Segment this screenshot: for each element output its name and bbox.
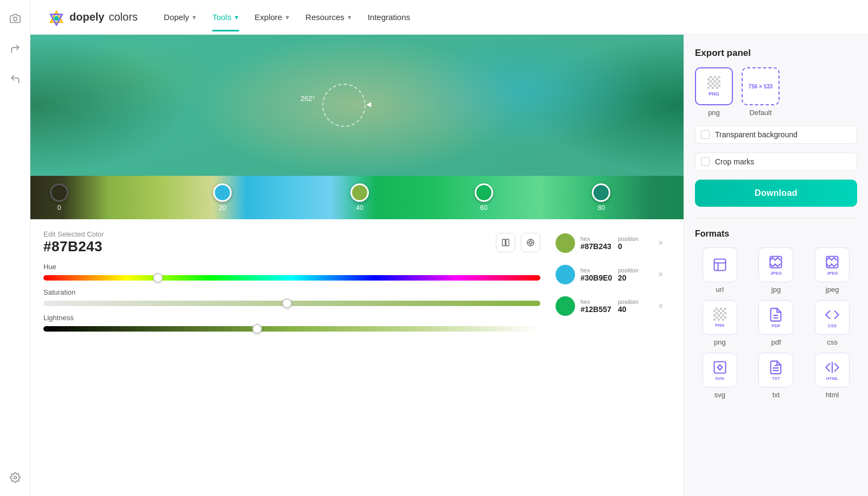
nav-label-dopely: Dopely: [164, 12, 189, 22]
hex-value-1: #30B9E0: [580, 274, 612, 282]
undo-icon[interactable]: [5, 69, 25, 89]
stop-marker-20[interactable]: 20: [213, 183, 232, 212]
pos-value-1: 20: [618, 274, 650, 282]
left-sidebar: [0, 0, 30, 496]
color-swatch-0[interactable]: [556, 233, 575, 253]
target-button[interactable]: [521, 233, 540, 252]
format-jpg-icon-box: JPEG: [758, 247, 793, 282]
edit-top-row: Edit Selected Color #87B243: [43, 230, 540, 255]
png-ext-label: PNG: [709, 91, 719, 97]
jpeg-ext-tag: JPEG: [826, 271, 838, 276]
logo[interactable]: dopelycolors: [48, 9, 138, 26]
nav-item-resources[interactable]: Resources ▼: [305, 12, 353, 22]
format-item-svg[interactable]: SVG svg: [695, 353, 745, 399]
format-default-icon-box: 756 × 533: [742, 67, 780, 105]
camera-icon[interactable]: [5, 9, 25, 28]
formats-grid: url JPEG jpg: [695, 247, 857, 399]
lightness-slider-track[interactable]: [43, 326, 540, 332]
stop-circle-80[interactable]: [592, 183, 610, 202]
pos-label-2: position: [618, 298, 650, 305]
hex-value-2: #12B557: [580, 305, 612, 314]
lightness-slider-thumb[interactable]: [252, 324, 262, 334]
nav-item-explore[interactable]: Explore ▼: [254, 12, 290, 22]
format-url-label: url: [716, 285, 724, 294]
nav-item-integrations[interactable]: Integrations: [368, 12, 410, 22]
format-jpg-label: jpg: [771, 285, 781, 294]
nav-item-dopely[interactable]: Dopely ▼: [164, 12, 197, 22]
saturation-label: Saturation: [43, 288, 540, 296]
top-navigation: dopelycolors Dopely ▼ Tools ▼ Explore ▼ …: [30, 0, 868, 35]
stop-marker-0[interactable]: 0: [50, 183, 68, 212]
section-divider: [695, 218, 857, 218]
format-item-url[interactable]: url: [695, 247, 745, 294]
export-panel-title: Export panel: [695, 48, 857, 59]
stop-marker-60[interactable]: 60: [475, 183, 493, 212]
format-default-button[interactable]: 756 × 533 Default: [742, 67, 780, 117]
format-item-txt[interactable]: TXT txt: [751, 353, 801, 399]
crop-marks-row[interactable]: Crop marks: [695, 152, 857, 171]
edit-hex-value[interactable]: #87B243: [43, 238, 104, 255]
color-list-item-0: hex #87B243 position 0 ×: [551, 230, 671, 256]
split-view-button[interactable]: [496, 233, 515, 252]
content-area: 262° ◀ 0 20 40: [30, 35, 868, 496]
png2-checker-icon: [713, 308, 726, 321]
format-png2-icon-box: PNG: [703, 300, 737, 335]
color-list: hex #87B243 position 0 × hex: [551, 230, 671, 485]
formats-title: Formats: [695, 229, 857, 239]
saturation-slider-thumb[interactable]: [282, 298, 292, 308]
format-item-css[interactable]: CSS css: [807, 300, 857, 346]
format-pdf-label: pdf: [771, 338, 781, 346]
stop-label-60: 60: [480, 204, 487, 212]
html-ext-tag: HTML: [826, 376, 838, 381]
stop-marker-80[interactable]: 80: [592, 183, 610, 212]
format-item-pdf[interactable]: PDF pdf: [751, 300, 801, 346]
stop-circle-60[interactable]: [475, 183, 493, 202]
stop-circle-20[interactable]: [213, 183, 232, 202]
nav-label-explore: Explore: [254, 12, 282, 22]
saturation-slider-container: Saturation: [43, 288, 540, 306]
color-stops-bar[interactable]: 0 20 40 60 80: [30, 176, 684, 219]
svg-point-0: [13, 17, 17, 21]
edit-panel: Edit Selected Color #87B243: [30, 219, 684, 496]
format-item-jpg[interactable]: JPEG jpg: [751, 247, 801, 294]
angle-value: 262°: [301, 94, 315, 103]
transparent-bg-checkbox[interactable]: [701, 130, 710, 139]
svg-rect-6: [506, 239, 509, 246]
hue-slider-thumb[interactable]: [153, 273, 163, 283]
redo-icon[interactable]: [5, 39, 25, 59]
hue-slider-track[interactable]: [43, 275, 540, 281]
format-url-icon-box: [703, 247, 737, 282]
pos-label-1: position: [618, 267, 650, 274]
nav-item-tools[interactable]: Tools ▼: [212, 12, 239, 22]
format-item-html[interactable]: HTML html: [807, 353, 857, 399]
download-button[interactable]: Download: [695, 180, 857, 207]
transparent-bg-row[interactable]: Transparent background: [695, 125, 857, 144]
stop-circle-0[interactable]: [50, 183, 68, 202]
css-ext-tag: CSS: [828, 323, 837, 328]
angle-arrow-icon: ◀: [366, 100, 371, 108]
nav-label-tools: Tools: [212, 12, 231, 22]
hex-value-0: #87B243: [580, 242, 612, 251]
delete-color-2[interactable]: ×: [655, 301, 666, 311]
format-item-png[interactable]: PNG png: [695, 300, 745, 346]
stop-marker-40[interactable]: 40: [350, 183, 369, 212]
color-swatch-1[interactable]: [556, 265, 575, 284]
angle-indicator[interactable]: 262° ◀: [322, 84, 366, 127]
saturation-slider-track[interactable]: [43, 301, 540, 306]
format-png-button[interactable]: PNG png: [695, 67, 733, 117]
svg-rect-13: [714, 259, 725, 271]
format-item-jpeg[interactable]: JPEG jpeg: [807, 247, 857, 294]
color-swatch-2[interactable]: [556, 296, 575, 316]
png-checker-icon: [707, 76, 720, 89]
delete-color-0[interactable]: ×: [655, 238, 666, 249]
stop-circle-40[interactable]: [350, 183, 369, 202]
edit-section-title: Edit Selected Color: [43, 230, 104, 238]
crop-marks-checkbox[interactable]: [701, 157, 710, 166]
gradient-canvas[interactable]: 262° ◀: [30, 35, 684, 176]
format-default-label: Default: [749, 109, 771, 117]
settings-icon[interactable]: [5, 468, 25, 487]
format-css-icon-box: CSS: [815, 300, 850, 335]
delete-color-1[interactable]: ×: [655, 269, 666, 280]
format-svg-label: svg: [714, 391, 725, 399]
color-info-0: hex #87B243: [580, 236, 612, 251]
